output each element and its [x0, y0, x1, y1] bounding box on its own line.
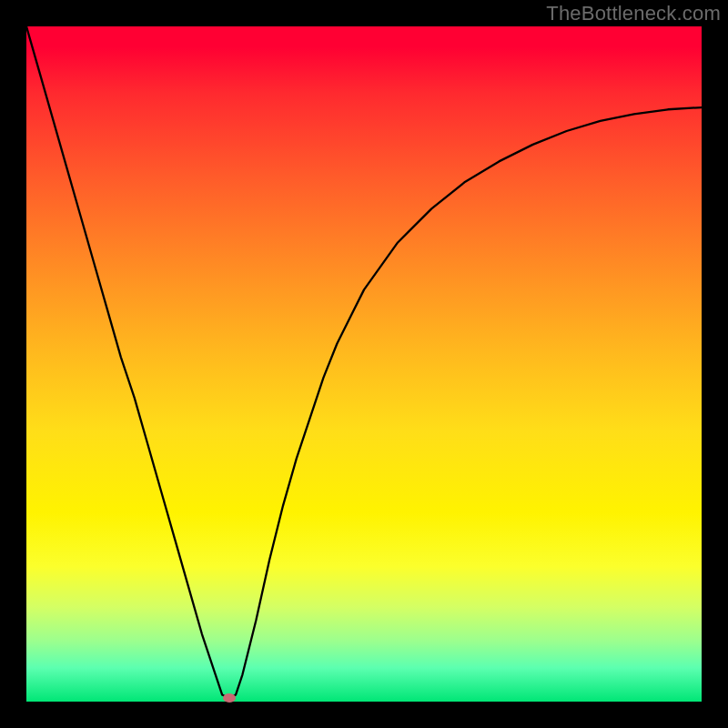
- chart-frame: TheBottleneck.com: [0, 0, 728, 728]
- plot-area: [26, 26, 702, 702]
- optimal-point-marker: [223, 693, 236, 703]
- bottleneck-curve: [26, 26, 702, 702]
- watermark-text: TheBottleneck.com: [546, 2, 721, 25]
